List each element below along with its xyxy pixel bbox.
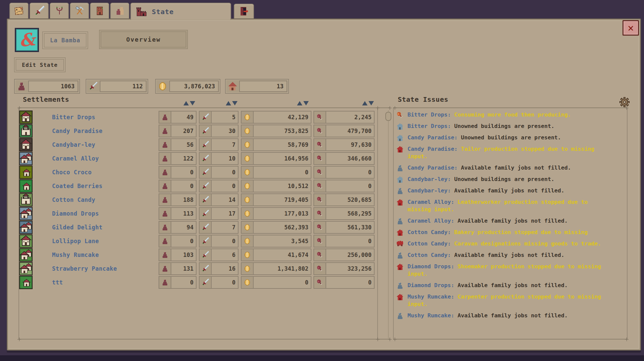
sort-population[interactable]: [183, 101, 195, 105]
issue-settlement-name: Cotton Candy:: [407, 240, 451, 247]
tab-buildings[interactable]: [90, 3, 109, 18]
table-row[interactable]: Caramel Alloy 122 10 164,956 346,660: [18, 152, 390, 165]
settlement-name[interactable]: ttt: [52, 276, 63, 289]
edit-state-button[interactable]: Edit State: [14, 57, 66, 72]
table-row[interactable]: Coated Berries 0 0 10,512 0: [18, 179, 390, 193]
tab-industry[interactable]: [70, 3, 89, 18]
issue-item[interactable]: Mushy Rumcake: Carpenter production stop…: [396, 293, 628, 308]
scrollbar-track[interactable]: [388, 110, 389, 339]
sort-ascending-icon[interactable]: [362, 101, 368, 105]
issue-item[interactable]: Bitter Drops: Consuming more food then p…: [396, 111, 628, 119]
issue-item[interactable]: Cotton Candy: Caravan designations missi…: [396, 240, 628, 247]
settlement-name[interactable]: Candy Paradise: [52, 124, 102, 138]
sort-descending-icon[interactable]: [303, 101, 309, 105]
table-row[interactable]: Lollipop Lane 0 0 3,545 0: [18, 234, 390, 248]
cell-food: 0: [313, 276, 375, 289]
tab-state[interactable]: State: [130, 3, 231, 20]
issue-item[interactable]: Caramel Alloy: Leatherworker production …: [396, 198, 628, 213]
settlement-name[interactable]: Coated Berries: [52, 179, 102, 193]
settlement-name[interactable]: Mushy Rumcake: [52, 248, 99, 262]
overview-button[interactable]: Overview: [99, 30, 188, 49]
issue-item[interactable]: Candy Paradise: Available family jobs no…: [396, 164, 628, 172]
table-row[interactable]: ttt 0 0 0 0: [18, 276, 390, 289]
gold-value: 177,013: [254, 208, 311, 219]
settlement-name[interactable]: Caramel Alloy: [52, 152, 99, 165]
table-row[interactable]: Candybar-ley 56 7 58,769 97,630: [18, 138, 390, 151]
table-row[interactable]: Choco Croco 0 0 0 0: [18, 166, 390, 179]
tab-map[interactable]: [9, 3, 29, 18]
military-icon: [200, 235, 212, 247]
state-emblem[interactable]: &: [15, 28, 39, 52]
table-row[interactable]: Strawberry Pancake 131 16 1,341,802 323,…: [18, 262, 390, 275]
tab-roads[interactable]: [50, 3, 69, 18]
table-row[interactable]: Cotton Candy 188 14 719,405 520,685: [18, 193, 390, 207]
settlement-name[interactable]: Bitter Drops: [52, 110, 95, 124]
cell-gold: 41,674: [241, 249, 311, 261]
issue-item[interactable]: Mushy Rumcake: Available family jobs not…: [396, 312, 628, 319]
cell-military: 0: [199, 276, 239, 289]
sort-gold[interactable]: [297, 101, 309, 105]
food-value: 561,330: [326, 222, 374, 233]
settlement-icon: [19, 234, 33, 248]
sort-ascending-icon[interactable]: [183, 101, 189, 105]
settlement-name[interactable]: Lollipop Lane: [52, 234, 99, 248]
table-row[interactable]: Candy Paradise 207 30 753,825 479,700: [18, 124, 390, 138]
state-issues-list: Bitter Drops: Consuming more food then p…: [396, 111, 628, 323]
settlement-name[interactable]: Diamond Drops: [52, 207, 99, 220]
issues-frame-bottom: [393, 339, 628, 340]
corner-tick: [393, 106, 397, 110]
table-row[interactable]: Gilded Delight 94 7 562,393 561,330: [18, 221, 390, 234]
settlement-icon: [19, 276, 33, 289]
sort-ascending-icon[interactable]: [297, 101, 302, 105]
unowned-building-icon: [396, 176, 404, 183]
sort-descending-icon[interactable]: [232, 101, 238, 105]
sort-military[interactable]: [226, 101, 238, 105]
issue-item[interactable]: Candy Paradise: Unowned buildings are pr…: [396, 134, 628, 141]
sort-ascending-icon[interactable]: [226, 101, 231, 105]
issue-text: Cotton Candy: Bakery production stopped …: [407, 229, 610, 236]
population-icon: [159, 277, 171, 288]
table-row[interactable]: Mushy Rumcake 103 6 41,674 256,000: [18, 248, 390, 262]
issue-item[interactable]: Caramel Alloy: Available family jobs not…: [396, 217, 628, 225]
gold-icon: [242, 167, 254, 178]
food-value: 323,256: [326, 263, 374, 274]
cell-food: 520,685: [313, 193, 375, 206]
issue-item[interactable]: Candy Paradise: Tailor production stoppe…: [396, 145, 628, 160]
state-name-box[interactable]: La Bamba: [42, 32, 88, 49]
issue-settlement-name: Mushy Rumcake:: [407, 294, 454, 300]
settlement-name[interactable]: Choco Croco: [52, 166, 92, 179]
issues-frame-top: [393, 107, 628, 108]
gold-value: 1,341,802: [254, 263, 311, 274]
scrollbar-thumb[interactable]: [385, 112, 391, 121]
issue-item[interactable]: Diamond Drops: Available family jobs not…: [396, 282, 628, 289]
issue-item[interactable]: Diamond Drops: Shoemaker production stop…: [396, 263, 628, 278]
gold-icon: [242, 194, 254, 206]
close-button[interactable]: ✕: [622, 20, 639, 36]
issue-text: Diamond Drops: Available family jobs not…: [407, 282, 610, 289]
issue-item[interactable]: Cotton Candy: Bakery production stopped …: [396, 229, 628, 236]
settlement-name[interactable]: Cotton Candy: [52, 193, 95, 207]
issue-item[interactable]: Candybar-ley: Unowned buildings are pres…: [396, 176, 628, 183]
issue-item[interactable]: Bitter Drops: Unowned buildings are pres…: [396, 123, 628, 130]
population-value: 49: [171, 111, 196, 123]
tab-military[interactable]: [30, 3, 49, 18]
population-value: 122: [171, 153, 196, 164]
table-row[interactable]: Diamond Drops 113 17 177,013 568,295: [18, 207, 390, 220]
settlement-name[interactable]: Candybar-ley: [52, 138, 95, 151]
tab-exit[interactable]: [234, 4, 254, 18]
issue-settlement-name: Diamond Drops:: [407, 282, 454, 288]
issue-item[interactable]: Candybar-ley: Available family jobs not …: [396, 187, 628, 194]
settlement-icon: [19, 166, 33, 179]
tab-population[interactable]: [110, 3, 129, 18]
state-emblem-glyph: &: [18, 31, 36, 50]
sort-food[interactable]: [362, 101, 374, 105]
table-row[interactable]: Bitter Drops 49 5 42,129 2,245: [18, 110, 390, 124]
sort-descending-icon[interactable]: [369, 101, 374, 105]
food-icon: [314, 153, 326, 164]
cell-population: 0: [159, 180, 197, 192]
population-value: 0: [171, 235, 196, 247]
sort-descending-icon[interactable]: [190, 101, 195, 105]
settlement-name[interactable]: Strawberry Pancake: [52, 262, 117, 275]
issue-item[interactable]: Cotton Candy: Available family jobs not …: [396, 252, 628, 259]
settlement-name[interactable]: Gilded Delight: [52, 221, 102, 234]
